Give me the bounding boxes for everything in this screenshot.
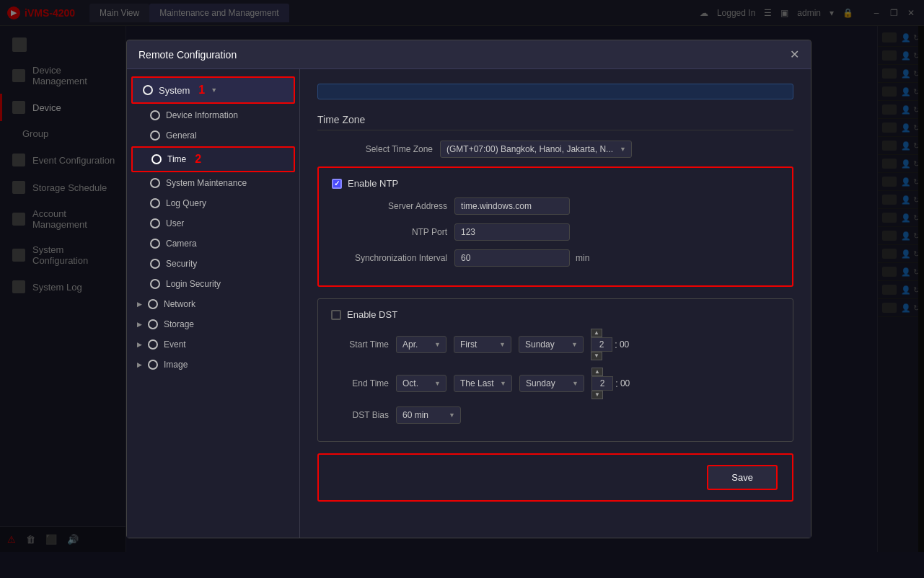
modal-title: Remote Configuration bbox=[138, 49, 237, 61]
modal-nav-log-query-label: Log Query bbox=[166, 198, 206, 208]
modal-nav-time-label: Time bbox=[167, 154, 186, 164]
event-gear-icon bbox=[148, 339, 158, 350]
modal-nav-image[interactable]: ▶ Image bbox=[127, 355, 299, 375]
chevron-down-icon: ▼ bbox=[211, 86, 217, 94]
modal-nav-login-security-label: Login Security bbox=[166, 279, 221, 289]
end-time-colon: : bbox=[615, 378, 618, 389]
modal-nav-device-info-label: Device Information bbox=[166, 110, 238, 120]
time-zone-label: Time Zone bbox=[317, 114, 365, 125]
time-gear-icon bbox=[151, 154, 162, 164]
enable-dst-checkbox[interactable] bbox=[331, 310, 341, 320]
sync-interval-label: Synchronization Interval bbox=[332, 253, 447, 263]
end-min-value: 00 bbox=[620, 378, 630, 388]
server-address-input[interactable] bbox=[454, 197, 570, 215]
modal-nav-system[interactable]: System 1 ▼ bbox=[131, 76, 295, 104]
end-time-label: End Time bbox=[331, 378, 389, 388]
end-hour-down-button[interactable]: ▼ bbox=[591, 391, 603, 399]
end-hour-up-button[interactable]: ▲ bbox=[591, 368, 603, 376]
login-security-gear-icon bbox=[150, 279, 160, 289]
sync-interval-row: Synchronization Interval min bbox=[332, 249, 779, 267]
server-address-row: Server Address bbox=[332, 197, 779, 215]
hour-up-button[interactable]: ▲ bbox=[591, 329, 602, 337]
start-week-wrapper[interactable]: First bbox=[454, 336, 511, 353]
modal-nav-time[interactable]: Time 2 bbox=[131, 146, 295, 172]
system-gear-icon bbox=[143, 85, 153, 95]
modal-nav-camera[interactable]: Camera bbox=[127, 234, 299, 254]
end-time-spinner-group: ▲ ▼ : 00 bbox=[591, 368, 630, 399]
start-time-label: Start Time bbox=[331, 339, 389, 350]
modal-body: System 1 ▼ Device Information General Ti… bbox=[127, 69, 811, 538]
timezone-select-wrapper[interactable]: (GMT+07:00) Bangkok, Hanoi, Jakarta, N..… bbox=[440, 141, 632, 158]
modal-nav-security-label: Security bbox=[166, 259, 197, 269]
modal-nav-image-label: Image bbox=[164, 360, 188, 370]
end-time-row: End Time Oct. The Last Sunday bbox=[331, 368, 780, 399]
ntp-port-row: NTP Port bbox=[332, 223, 779, 241]
image-gear-icon bbox=[148, 360, 158, 370]
modal-nav-general[interactable]: General bbox=[127, 125, 299, 146]
enable-ntp-row: ✓ Enable NTP bbox=[332, 178, 779, 189]
modal-nav-general-label: General bbox=[166, 130, 197, 141]
start-min-value: 00 bbox=[620, 339, 629, 350]
dst-bias-wrapper[interactable]: 60 min bbox=[396, 406, 461, 424]
start-month-select[interactable]: Apr. bbox=[396, 336, 446, 353]
modal-sidebar: System 1 ▼ Device Information General Ti… bbox=[127, 69, 300, 538]
end-hour-spinner[interactable]: ▲ ▼ bbox=[591, 368, 613, 399]
dst-bias-label: DST Bias bbox=[331, 410, 389, 420]
image-chevron-icon: ▶ bbox=[137, 361, 142, 368]
start-time-row: Start Time Apr. First Sunday bbox=[331, 329, 780, 360]
sync-interval-unit: min bbox=[576, 253, 589, 263]
dst-bias-select[interactable]: 60 min bbox=[396, 406, 461, 424]
modal-nav-network[interactable]: ▶ Network bbox=[127, 294, 299, 314]
modal-main-content: Time Zone Select Time Zone (GMT+07:00) B… bbox=[300, 69, 811, 538]
server-address-value bbox=[454, 197, 570, 215]
timezone-value: (GMT+07:00) Bangkok, Hanoi, Jakarta, N..… bbox=[440, 141, 632, 158]
enable-ntp-checkbox[interactable]: ✓ bbox=[332, 179, 342, 189]
end-week-select[interactable]: The Last bbox=[454, 375, 512, 392]
end-week-wrapper[interactable]: The Last bbox=[454, 375, 512, 392]
general-gear-icon bbox=[150, 130, 160, 141]
ntp-port-input[interactable] bbox=[454, 223, 570, 241]
modal-nav-user[interactable]: User bbox=[127, 213, 299, 234]
time-zone-section-title: Time Zone bbox=[317, 114, 793, 130]
end-day-wrapper[interactable]: Sunday bbox=[519, 375, 584, 392]
sync-interval-input[interactable] bbox=[454, 249, 570, 267]
end-month-select[interactable]: Oct. bbox=[396, 375, 446, 392]
select-timezone-label: Select Time Zone bbox=[317, 144, 433, 154]
end-hour-input[interactable] bbox=[591, 376, 613, 391]
timezone-row: Select Time Zone (GMT+07:00) Bangkok, Ha… bbox=[317, 141, 793, 158]
start-time-spinner-group: ▲ ▼ : 00 bbox=[591, 329, 629, 360]
ntp-port-label: NTP Port bbox=[332, 227, 447, 237]
modal-header: Remote Configuration ✕ bbox=[127, 40, 811, 69]
start-week-select[interactable]: First bbox=[454, 336, 511, 353]
remote-config-modal: Remote Configuration ✕ System 1 ▼ Device… bbox=[126, 40, 811, 538]
save-button[interactable]: Save bbox=[707, 465, 778, 490]
start-hour-spinner[interactable]: ▲ ▼ bbox=[591, 329, 612, 360]
sys-maint-gear-icon bbox=[150, 178, 160, 188]
storage-chevron-icon: ▶ bbox=[137, 321, 142, 328]
modal-nav-system-label: System bbox=[159, 85, 190, 96]
user-gear-icon bbox=[150, 218, 160, 228]
modal-nav-event[interactable]: ▶ Event bbox=[127, 334, 299, 355]
start-day-select[interactable]: Sunday bbox=[519, 336, 584, 353]
start-day-wrapper[interactable]: Sunday bbox=[519, 336, 584, 353]
modal-nav-login-security[interactable]: Login Security bbox=[127, 274, 299, 294]
modal-nav-user-label: User bbox=[166, 218, 184, 228]
modal-nav-sys-maintenance-label: System Maintenance bbox=[166, 178, 247, 188]
end-month-wrapper[interactable]: Oct. bbox=[396, 375, 446, 392]
modal-nav-sys-maintenance[interactable]: System Maintenance bbox=[127, 173, 299, 193]
start-hour-input[interactable] bbox=[591, 337, 612, 352]
annotation-2: 2 bbox=[195, 153, 201, 166]
network-chevron-icon: ▶ bbox=[137, 301, 142, 308]
modal-nav-device-info[interactable]: Device Information bbox=[127, 105, 299, 125]
timezone-select[interactable]: (GMT+07:00) Bangkok, Hanoi, Jakarta, N..… bbox=[440, 141, 632, 158]
hour-down-button[interactable]: ▼ bbox=[591, 352, 602, 360]
modal-close-button[interactable]: ✕ bbox=[790, 48, 799, 61]
modal-nav-log-query[interactable]: Log Query bbox=[127, 193, 299, 213]
start-month-wrapper[interactable]: Apr. bbox=[396, 336, 446, 353]
modal-nav-network-label: Network bbox=[164, 299, 195, 309]
modal-nav-security[interactable]: Security bbox=[127, 254, 299, 274]
end-day-select[interactable]: Sunday bbox=[519, 375, 584, 392]
modal-nav-storage[interactable]: ▶ Storage bbox=[127, 314, 299, 334]
time-colon: : bbox=[615, 339, 617, 350]
enable-ntp-label: Enable NTP bbox=[348, 178, 398, 189]
